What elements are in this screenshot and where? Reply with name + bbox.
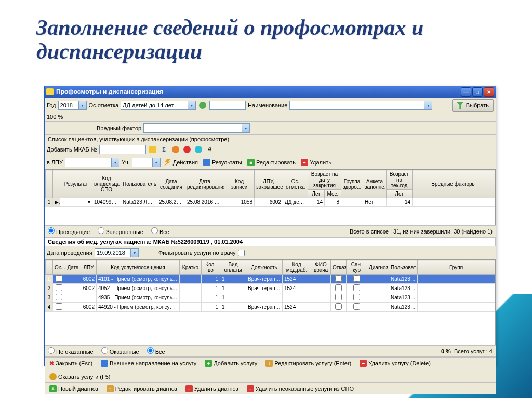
col-usr[interactable]: Пользоват... <box>389 260 418 275</box>
table-row[interactable]: 4600244920 - Прием (осмотр, консульт...1… <box>46 303 495 312</box>
col-ageclose[interactable]: Возраст на дату закрытия <box>308 170 341 190</box>
results-button[interactable]: Результаты <box>202 158 244 167</box>
table-row[interactable]: 1▶60024101 - Прием (осмотр, консульта...… <box>46 275 495 284</box>
table-row[interactable]: 260024052 - Прием (осмотр, консульта...1… <box>46 284 495 293</box>
col-user[interactable]: Пользователь <box>121 170 157 198</box>
edit-diag-button[interactable]: ↕Редактировать диагноз <box>105 385 179 393</box>
radio-all[interactable]: Все <box>151 227 169 235</box>
col-result[interactable]: Результат <box>60 170 92 198</box>
col-years[interactable]: Лет <box>308 190 325 198</box>
col-post[interactable]: Должность <box>246 260 283 275</box>
col-edited[interactable]: Дата редактирования <box>185 170 224 198</box>
table-row[interactable]: 1 ▶ ▾ 104099001 Nata123 ЛАГЕР 25.08.2016… <box>46 198 495 207</box>
col-grp[interactable]: Групп <box>418 260 495 275</box>
lpu-dropdown[interactable] <box>112 158 119 167</box>
year-dropdown[interactable] <box>79 101 87 110</box>
col-svc-lpu[interactable]: ЛПУ <box>81 260 97 275</box>
col-months[interactable]: Мес. <box>325 190 341 198</box>
col-owner[interactable]: Код владельца СПО <box>92 170 121 198</box>
name-dropdown[interactable] <box>424 101 432 110</box>
sync-icon[interactable] <box>194 145 203 154</box>
refuse-checkbox[interactable] <box>335 275 342 282</box>
refuse-checkbox[interactable] <box>335 303 342 310</box>
ball-icon[interactable] <box>182 145 192 154</box>
uch-dropdown[interactable] <box>153 158 161 167</box>
maximize-button[interactable]: □ <box>472 87 483 97</box>
del-svc-button[interactable]: −Удалить услугу (Delete) <box>358 359 432 367</box>
radio-svc-all[interactable]: Все <box>147 347 165 355</box>
radio-finished[interactable]: Завершенные <box>98 227 143 235</box>
choose-button[interactable]: Выбрать <box>452 99 494 112</box>
col-created[interactable]: Дата создания <box>157 170 185 198</box>
harmful-input[interactable] <box>143 123 242 133</box>
ok-checkbox[interactable] <box>56 284 62 291</box>
mkab-input[interactable] <box>99 145 146 154</box>
col-factors[interactable]: Вредные факторы <box>413 170 495 198</box>
date-dropdown[interactable] <box>131 248 139 257</box>
radio-not-rendered[interactable]: Не оказанные <box>48 347 94 355</box>
col-refuse[interactable]: Отказ <box>331 260 347 275</box>
uch-input[interactable] <box>132 158 153 167</box>
del-diag-button[interactable]: −Удалить диагноз <box>184 385 240 393</box>
add-svc-button[interactable]: +Добавить услугу <box>203 359 259 367</box>
col-group[interactable]: Группа здоро... <box>341 170 363 198</box>
sankur-checkbox[interactable] <box>353 284 360 291</box>
close-esc-button[interactable]: ✖Закрыть (Esc) <box>48 360 94 367</box>
col-pay[interactable]: Вид оплаты <box>220 260 246 275</box>
services-grid[interactable]: Ок... Дата ЛПУ Код услуги/посещения Крат… <box>45 260 495 312</box>
ext-ref-button[interactable]: Внешнее направление на услугу <box>99 359 198 367</box>
radio-rendered[interactable]: Оказанные <box>101 347 139 355</box>
osmark-extra-input[interactable] <box>209 101 246 110</box>
sankur-checkbox[interactable] <box>353 275 360 282</box>
table-row[interactable]: 34935 - Прием (осмотр, консульта...11Nat… <box>46 293 495 303</box>
col-diag[interactable]: Диагноз <box>367 260 389 275</box>
col-ok[interactable]: Ок... <box>53 260 65 275</box>
ok-checkbox[interactable] <box>56 275 62 282</box>
lpu-input[interactable] <box>65 158 112 167</box>
col-brief[interactable]: Кратко <box>180 260 202 275</box>
date-input[interactable] <box>95 248 131 257</box>
col-mark[interactable]: Ос. отметка <box>283 170 308 198</box>
actions-button[interactable]: Действия <box>163 158 200 167</box>
col-svc[interactable]: Код услуги/посещения <box>97 260 180 275</box>
patients-grid[interactable]: Результат Код владельца СПО Пользователь… <box>45 170 495 207</box>
close-button[interactable]: ✕ <box>484 87 494 97</box>
ok-checkbox[interactable] <box>56 303 62 310</box>
col-survey[interactable]: Анкета заполне... <box>363 170 387 198</box>
edit-button[interactable]: ■Редактировать <box>246 158 297 167</box>
del-unrendered-button[interactable]: −Удалить неоказанные услуги из СПО <box>245 385 355 393</box>
edit-svc-button[interactable]: ↕Редактировать услугу (Enter) <box>264 359 353 367</box>
ok-checkbox[interactable] <box>56 294 62 300</box>
filter-doctor-checkbox[interactable] <box>238 250 245 256</box>
sum-icon[interactable]: Σ <box>159 145 169 154</box>
delete-button[interactable]: −Удалить <box>299 158 333 167</box>
osmark-add-icon[interactable] <box>198 101 207 110</box>
col-svc-date[interactable]: Дата <box>65 260 81 275</box>
col-years2[interactable]: Лет <box>387 190 413 198</box>
col-agecur[interactable]: Возраст на тек.год <box>387 170 413 190</box>
refuse-checkbox[interactable] <box>335 284 342 291</box>
osmark-dropdown[interactable] <box>188 101 196 110</box>
new-diag-button[interactable]: +Новый диагноз <box>48 385 100 393</box>
col-sankur[interactable]: Сан-кур <box>347 260 367 275</box>
radio-ongoing[interactable]: Проходящие <box>48 227 90 235</box>
refuse-checkbox[interactable] <box>335 294 342 300</box>
name-input[interactable] <box>289 101 424 110</box>
print-icon[interactable]: 🖨 <box>205 145 215 154</box>
harmful-dropdown[interactable] <box>242 123 250 133</box>
col-medcode[interactable]: Код мед.раб. <box>283 260 311 275</box>
year-input[interactable] <box>58 101 79 110</box>
minimize-button[interactable]: — <box>461 87 471 97</box>
window-title: Профосмотры и диспансеризация <box>56 88 460 95</box>
card-icon[interactable] <box>148 145 157 154</box>
col-code[interactable]: Код записи <box>224 170 255 198</box>
col-fio[interactable]: ФИО врача <box>311 260 331 275</box>
col-lpu[interactable]: ЛПУ, закрывшее <box>255 170 283 198</box>
ab-icon[interactable] <box>171 145 180 154</box>
sankur-checkbox[interactable] <box>353 294 360 300</box>
uch-label: Уч. <box>122 159 130 166</box>
sankur-checkbox[interactable] <box>353 303 360 310</box>
render-svc-button[interactable]: Оказать услуги (F5) <box>48 373 112 381</box>
col-qty[interactable]: Кол-во <box>202 260 220 275</box>
osmark-input[interactable] <box>121 101 188 110</box>
